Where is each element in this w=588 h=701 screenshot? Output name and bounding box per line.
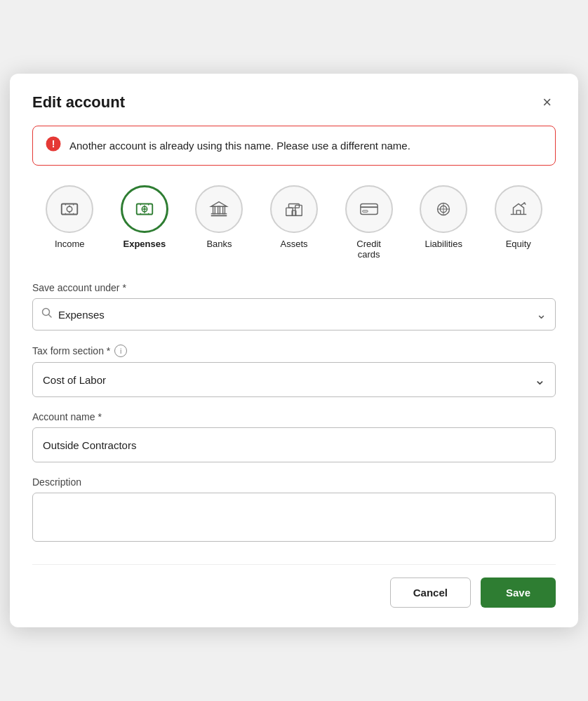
error-banner: ! Another account is already using this … (32, 126, 556, 166)
banks-label: Banks (206, 239, 232, 249)
account-name-section: Account name * (32, 411, 556, 462)
banks-circle (195, 185, 243, 233)
account-type-equity[interactable]: Equity (481, 185, 556, 260)
modal-footer: Cancel Save (32, 564, 556, 608)
account-type-assets[interactable]: Assets (257, 185, 332, 260)
save-account-label: Save account under * (32, 282, 556, 293)
svg-point-3 (67, 206, 73, 212)
svg-rect-7 (213, 206, 215, 213)
liabilities-circle (420, 185, 467, 233)
svg-rect-19 (362, 211, 368, 212)
account-type-selector: Income Expenses (32, 185, 556, 260)
equity-label: Equity (506, 239, 531, 249)
edit-account-modal: Edit account × ! Another account is alre… (10, 74, 578, 627)
svg-rect-9 (223, 206, 225, 213)
svg-text:!: ! (52, 138, 55, 149)
income-label: Income (55, 239, 85, 249)
expenses-circle (121, 185, 168, 233)
account-type-credit-cards[interactable]: Creditcards (331, 185, 406, 260)
description-label: Description (32, 476, 556, 488)
credit-cards-label: Creditcards (356, 239, 381, 260)
svg-line-25 (523, 203, 526, 205)
account-type-liabilities[interactable]: Liabilities (406, 185, 481, 260)
account-name-label: Account name * (32, 411, 556, 422)
tax-form-label: Tax form section * i (32, 345, 556, 357)
search-icon (41, 307, 53, 321)
save-account-section: Save account under * ⌄ (32, 282, 556, 331)
save-account-input[interactable] (58, 309, 530, 321)
description-section: Description (32, 476, 556, 545)
save-button[interactable]: Save (481, 578, 556, 608)
account-type-banks[interactable]: Banks (182, 185, 257, 260)
modal-title: Edit account (32, 93, 125, 112)
cancel-button[interactable]: Cancel (390, 578, 471, 608)
description-input[interactable] (32, 493, 556, 542)
close-button[interactable]: × (538, 93, 556, 112)
svg-rect-17 (360, 204, 377, 215)
account-type-expenses[interactable]: Expenses (107, 185, 182, 260)
income-circle (46, 185, 93, 233)
assets-label: Assets (281, 239, 308, 249)
tax-form-select-wrap: Cost of Labor ⌄ (32, 362, 556, 397)
save-account-dropdown-arrow[interactable]: ⌄ (536, 307, 547, 322)
account-name-input[interactable] (32, 427, 556, 462)
assets-circle (270, 185, 318, 233)
svg-rect-14 (289, 204, 300, 208)
svg-rect-8 (218, 206, 220, 213)
account-type-income[interactable]: Income (32, 185, 107, 260)
error-message: Another account is already using this na… (69, 140, 410, 152)
error-icon: ! (46, 136, 61, 155)
credit-cards-circle (345, 185, 393, 233)
modal-header: Edit account × (32, 93, 556, 112)
tax-form-select[interactable]: Cost of Labor (32, 362, 556, 397)
equity-circle (495, 185, 542, 233)
svg-marker-6 (211, 202, 227, 207)
liabilities-label: Liabilities (425, 239, 462, 249)
tax-form-section: Tax form section * i Cost of Labor ⌄ (32, 345, 556, 397)
svg-line-27 (49, 315, 52, 318)
expenses-label: Expenses (123, 239, 166, 249)
tax-form-info-icon[interactable]: i (114, 345, 127, 357)
save-account-input-wrap[interactable]: ⌄ (32, 298, 556, 331)
